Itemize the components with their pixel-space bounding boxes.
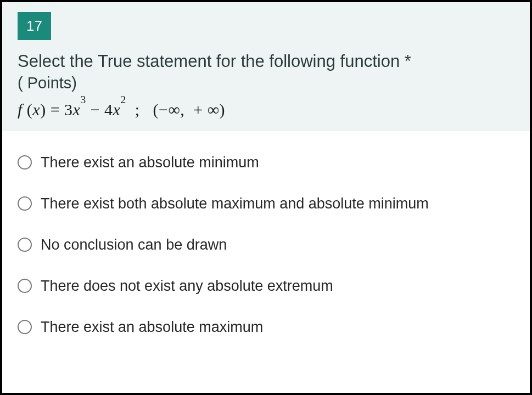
question-header: 17 Select the True statement for the fol… xyxy=(2,2,530,131)
question-points: ( Points) xyxy=(18,74,514,92)
option-3[interactable]: No conclusion can be drawn xyxy=(18,224,514,266)
option-label: There exist an absolute maximum xyxy=(41,319,263,336)
points-value xyxy=(23,74,27,92)
required-asterisk: * xyxy=(405,52,411,71)
question-title-text: Select the True statement for the follow… xyxy=(18,52,400,71)
radio-icon[interactable] xyxy=(18,279,32,293)
points-open: ( xyxy=(18,74,23,92)
question-title: Select the True statement for the follow… xyxy=(18,50,514,73)
radio-icon[interactable] xyxy=(18,320,32,334)
question-formula: f (x) = 3x3 − 4x2 ; (−∞, + ∞) xyxy=(18,100,514,119)
question-number-badge: 17 xyxy=(18,12,51,40)
radio-icon[interactable] xyxy=(18,196,32,211)
option-4[interactable]: There does not exist any absolute extrem… xyxy=(18,266,514,307)
option-label: No conclusion can be drawn xyxy=(41,236,227,253)
radio-icon[interactable] xyxy=(18,155,32,170)
option-label: There exist both absolute maximum and ab… xyxy=(41,195,429,212)
question-card: 17 Select the True statement for the fol… xyxy=(0,0,532,395)
option-label: There exist an absolute minimum xyxy=(41,154,259,171)
option-2[interactable]: There exist both absolute maximum and ab… xyxy=(18,183,514,224)
points-close: Points) xyxy=(27,74,77,92)
option-5[interactable]: There exist an absolute maximum xyxy=(18,307,514,348)
option-1[interactable]: There exist an absolute minimum xyxy=(18,142,514,183)
radio-icon[interactable] xyxy=(18,238,32,252)
option-label: There does not exist any absolute extrem… xyxy=(41,278,333,295)
options-list: There exist an absolute minimum There ex… xyxy=(2,131,530,353)
